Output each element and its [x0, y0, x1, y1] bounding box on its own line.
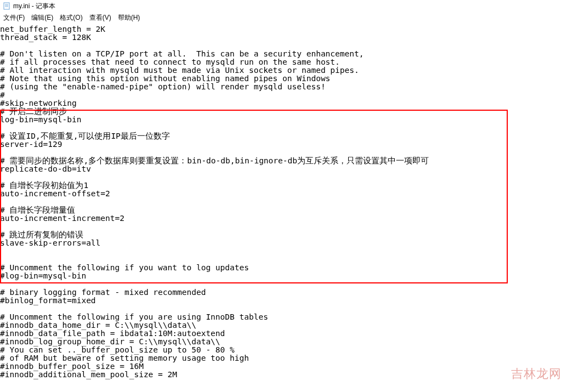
window-title: my.ini - 记事本	[13, 2, 55, 11]
menu-help[interactable]: 帮助(H)	[118, 13, 140, 22]
menu-format[interactable]: 格式(O)	[60, 13, 82, 22]
text-editor-area[interactable]: net_buffer_length = 2K thread_stack = 12…	[0, 23, 567, 379]
menu-edit[interactable]: 编辑(E)	[31, 13, 53, 22]
svg-rect-0	[4, 3, 9, 9]
menu-bar: 文件(F) 编辑(E) 格式(O) 查看(V) 帮助(H)	[0, 12, 567, 23]
notepad-icon	[2, 2, 11, 10]
menu-view[interactable]: 查看(V)	[89, 13, 111, 22]
menu-file[interactable]: 文件(F)	[3, 13, 25, 22]
title-bar: my.ini - 记事本	[0, 0, 567, 12]
editor-content[interactable]: net_buffer_length = 2K thread_stack = 12…	[0, 25, 567, 379]
